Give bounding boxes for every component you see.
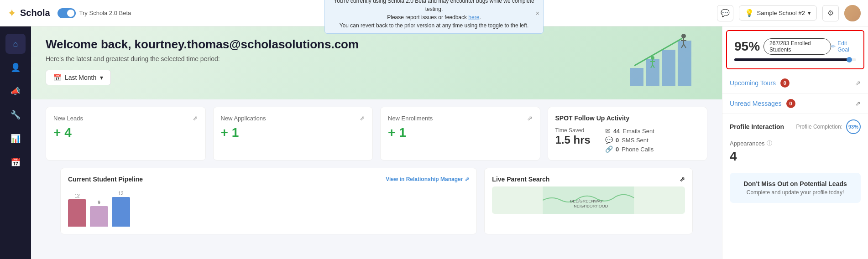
profile-interaction-header: Profile Interaction Profile Completion: … (730, 119, 861, 134)
school-selector[interactable]: 💡 Sample School #2 ▾ (739, 5, 817, 21)
gear-icon: ⚙ (827, 9, 834, 17)
live-search-external-icon[interactable]: ⇗ (680, 176, 685, 183)
main-layout: ⌂ 👤 📣 🔧 📊 📅 Welcome back, kourtney.thoma… (0, 26, 868, 259)
new-leads-header: New Leads ⇗ (53, 114, 198, 122)
date-icon: 📅 (53, 74, 61, 81)
main-content: Welcome back, kourtney.thomas@scholasolu… (31, 26, 722, 259)
stats-area: New Leads ⇗ + 4 New Applications ⇗ + 1 (31, 99, 722, 249)
sidebar-item-analytics[interactable]: 📊 (5, 129, 26, 149)
completion-label: Profile Completion: (796, 124, 842, 130)
avatar-image (844, 5, 861, 21)
sidebar-item-announcements[interactable]: 📣 (5, 81, 26, 101)
edit-icon: ✏ (831, 43, 836, 50)
beta-banner: You're currently using Schola 2.0 Beta a… (324, 0, 544, 34)
profile-interaction-title: Profile Interaction (730, 123, 784, 130)
enrollment-progress-fill (734, 58, 850, 61)
date-filter-dropdown[interactable]: 📅 Last Month ▾ (46, 70, 111, 85)
sidebar-item-users[interactable]: 👤 (5, 57, 26, 78)
chat-icon-button[interactable]: 💬 (717, 5, 733, 21)
new-enrollments-external-icon[interactable]: ⇗ (527, 114, 533, 122)
svg-rect-0 (630, 68, 643, 86)
bar-3 (112, 197, 130, 227)
school-name: Sample School #2 (757, 10, 805, 16)
nav-right: 💬 💡 Sample School #2 ▾ ⚙ (717, 5, 861, 21)
users-icon: 👤 (10, 62, 21, 73)
home-icon: ⌂ (13, 39, 18, 49)
new-leads-external-icon[interactable]: ⇗ (193, 114, 198, 122)
upcoming-tours-inner: Upcoming Tours 0 (730, 78, 790, 88)
enrollment-header: 95% 267/283 Enrolled Students ✏ Edit Goa… (734, 38, 856, 55)
svg-text:BEE/GREENWAY: BEE/GREENWAY (570, 199, 603, 203)
new-leads-card: New Leads ⇗ + 4 (46, 107, 206, 161)
view-link-icon: ⇗ (465, 176, 469, 182)
spot-activities: ✉ 44 Emails Sent 💬 0 SMS Sent 🔗 (605, 127, 654, 153)
live-search-card: Live Parent Search ⇗ BEE/GREENWAY NEIGHB… (484, 168, 693, 234)
upcoming-tours-section: Upcoming Tours 0 ⇗ (722, 73, 868, 93)
logo-area: ✦ Schola (7, 7, 50, 20)
close-banner-button[interactable]: × (536, 8, 539, 18)
date-filter-label: Last Month (65, 74, 96, 81)
school-icon: 💡 (745, 9, 754, 17)
spot-main: Time Saved 1.5 hrs ✉ 44 Emails Sent 💬 (555, 127, 700, 153)
chat-icon: 💬 (721, 9, 730, 17)
logo-text: Schola (20, 8, 50, 18)
spot-title: SPOT Follow Up Activity (555, 114, 700, 122)
phone-label: Phone Calls (622, 146, 654, 153)
sidebar-item-calendar[interactable]: 📅 (5, 152, 26, 172)
settings-button[interactable]: ⚙ (822, 5, 839, 21)
banner-link[interactable]: here (468, 14, 479, 21)
bar-group-2: 9 (90, 200, 108, 227)
pipeline-title-text: Current Student Pipeline (68, 176, 143, 183)
banner-text1: You're currently using Schola 2.0 Beta a… (334, 0, 534, 12)
potential-leads-card: Don't Miss Out on Potential Leads Comple… (730, 173, 861, 203)
email-icon: ✉ (605, 127, 611, 135)
unread-messages-section: Unread Messages 0 ⇗ (722, 93, 868, 114)
sidebar-item-tools[interactable]: 🔧 (5, 105, 26, 125)
svg-rect-2 (662, 50, 675, 86)
completion-percent: 93% (848, 124, 858, 130)
appearances-info-icon: ⓘ (767, 140, 772, 147)
edit-goal-button[interactable]: ✏ Edit Goal (831, 40, 856, 53)
phone-count: 0 (616, 146, 619, 153)
logo-icon: ✦ (7, 7, 16, 20)
analytics-icon: 📊 (10, 134, 21, 144)
new-enrollments-title: New Enrollments (388, 115, 433, 122)
date-chevron-icon: ▾ (100, 74, 103, 81)
new-applications-external-icon[interactable]: ⇗ (360, 114, 365, 122)
upcoming-tours-link[interactable]: Upcoming Tours 0 ⇗ (730, 78, 861, 88)
bar-value-3: 13 (118, 191, 123, 196)
sms-icon: 💬 (605, 136, 613, 144)
view-relationship-manager-link[interactable]: View in Relationship Manager ⇗ (386, 176, 469, 182)
chevron-down-icon: ▾ (808, 10, 811, 16)
emails-label: Emails Sent (622, 128, 654, 135)
new-enrollments-value: + 1 (388, 125, 533, 140)
spot-time-saved: Time Saved 1.5 hrs (555, 127, 591, 153)
bottom-section: Current Student Pipeline View in Relatio… (46, 168, 707, 242)
welcome-banner: Welcome back, kourtney.thomas@scholasolu… (31, 26, 722, 99)
sidebar-item-home[interactable]: ⌂ (5, 34, 26, 54)
pipeline-bar-chart: 12 9 13 (68, 190, 469, 227)
enrollment-percentage: 95% (734, 39, 760, 54)
beta-toggle-area: Try Schola 2.0 Beta (58, 8, 131, 18)
spot-time-label: Time Saved (555, 127, 591, 134)
avatar[interactable] (844, 5, 861, 21)
welcome-subtitle: Here's the latest and greatest during th… (46, 55, 707, 62)
appearances-text: Appearances (730, 140, 765, 147)
completion-area: Profile Completion: 93% (796, 119, 861, 134)
stats-grid: New Leads ⇗ + 4 New Applications ⇗ + 1 (46, 107, 707, 161)
new-applications-header: New Applications ⇗ (221, 114, 366, 122)
live-search-title-text: Live Parent Search (492, 176, 549, 183)
unread-messages-link[interactable]: Unread Messages 0 ⇗ (730, 99, 861, 108)
svg-point-9 (651, 56, 654, 60)
banner-text2: Please report issues or feedback (387, 14, 467, 21)
bar-1 (68, 199, 86, 227)
new-enrollments-card: New Enrollments ⇗ + 1 (380, 107, 540, 161)
unread-messages-external-icon: ⇗ (855, 100, 861, 107)
phone-activity: 🔗 0 Phone Calls (605, 145, 654, 153)
top-navigation: ✦ Schola Try Schola 2.0 Beta You're curr… (0, 0, 868, 26)
bar-group-1: 12 (68, 193, 86, 227)
bar-group-3: 13 (112, 191, 130, 227)
enrollment-progress-bar (734, 58, 856, 61)
spot-card: SPOT Follow Up Activity Time Saved 1.5 h… (548, 107, 708, 161)
beta-toggle[interactable] (58, 8, 76, 18)
